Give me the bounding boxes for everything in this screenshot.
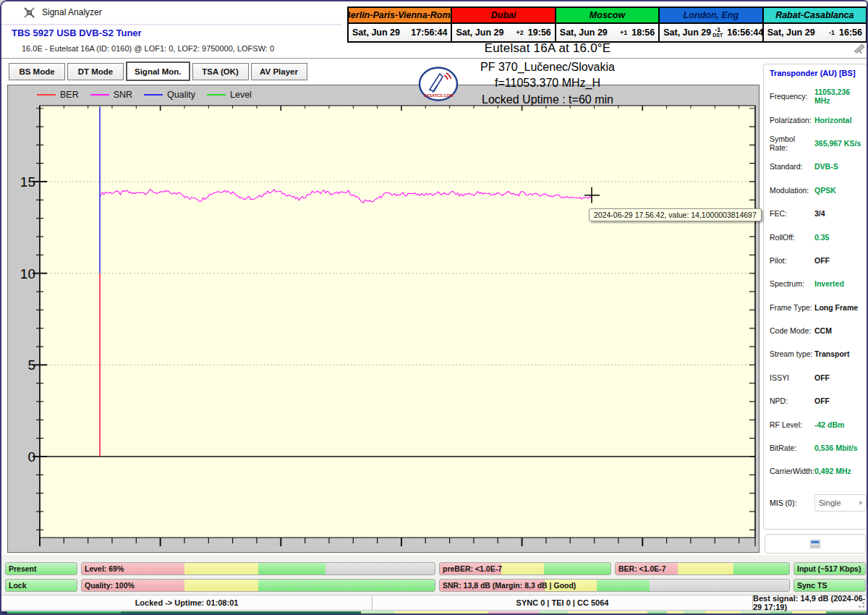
transponder-field-label: FEC: <box>770 209 814 218</box>
strip-segment <box>7 611 121 615</box>
transponder-field-value: OFF <box>814 396 830 405</box>
clock-date: Sat, Jun 29 <box>456 27 503 38</box>
transponder-field-value: -42 dBm <box>814 420 844 429</box>
meter-segment <box>650 580 789 591</box>
app-icon <box>23 7 35 19</box>
transponder-field-label: RollOff: <box>770 233 814 242</box>
resize-grip <box>855 597 865 608</box>
strip-segment <box>792 611 826 615</box>
tab-bs-mode[interactable]: BS Mode <box>9 63 65 80</box>
clock-time-row: Sat, Jun 29-116:56 <box>764 24 866 41</box>
transponder-row-standard-: Standard:DVB-S <box>770 155 867 178</box>
transponder-field-label: Code Mode: <box>770 326 814 335</box>
legend-swatch <box>90 94 109 96</box>
meter-present: Present <box>5 562 77 575</box>
clock-time-row: Sat, Jun 29+118:56 <box>556 24 658 41</box>
transponder-row-bitrate-: BitRate:0,536 Mbit/s <box>770 436 867 459</box>
transponder-field-value: DVB-S <box>814 162 838 171</box>
transponder-field-label: NPD: <box>770 396 814 405</box>
legend-swatch <box>144 94 163 96</box>
strip-segment <box>826 611 868 615</box>
strip-segment <box>394 611 488 615</box>
transponder-row-symbol-rate-: Symbol Rate:365,967 KS/s <box>770 132 867 155</box>
satellite-title: Eutelsat 16A at 16.0°E <box>407 41 689 56</box>
clock-city-label: Dubai <box>452 8 554 24</box>
save-button[interactable] <box>765 534 866 554</box>
status-cell-text: Locked -> Uptime: 01:08:01 <box>135 598 239 607</box>
legend-swatch <box>37 94 56 96</box>
clock-city-label: Moscow <box>556 8 658 24</box>
divider <box>1 24 341 25</box>
mis-select[interactable]: Single ▾ <box>814 494 867 512</box>
transponder-row-frame-type-: Frame Type:Long Frame <box>770 296 867 319</box>
meter-lock: Lock <box>5 579 77 592</box>
transponder-field-value: Horizontal <box>814 116 851 124</box>
meter-segment <box>733 563 789 574</box>
strip-segment <box>1 611 7 615</box>
meter-sync: Sync TS <box>793 579 866 592</box>
transponder-field-value: 3/4 <box>814 209 825 218</box>
strip-segment <box>684 611 705 615</box>
meter-segment <box>544 563 610 574</box>
clock-date: Sat, Jun 29 <box>352 27 400 38</box>
logo-text: DXSATCS.COM <box>424 93 454 98</box>
mis-label: MIS (0): <box>770 499 814 507</box>
transponder-field-label: Spectrum: <box>770 279 814 288</box>
transponder-row-issyi: ISSYIOFF <box>770 366 867 389</box>
signal-chart-panel: BERSNRQualityLevel 051015 <box>7 85 760 553</box>
signal-analyzer-window: Signal Analyzer Berlin-Paris-Vienna-Roma… <box>0 0 868 615</box>
transponder-row-rolloff-: RollOff:0.35 <box>770 225 867 248</box>
clock-time-value: 16:56:44 <box>727 27 763 38</box>
transponder-field-label: Frequency: <box>770 92 814 101</box>
status-cell-2: SYNC 0 | TEI 0 | CC 5064 <box>373 595 753 610</box>
transponder-row-fec-: FEC:3/4 <box>770 202 867 225</box>
meter-label: preBER: <1.0E-7 <box>443 563 502 574</box>
transponder-field-value: Transport <box>814 349 849 358</box>
clock-time-row: Sat, Jun 2917:56:44 <box>349 24 451 41</box>
strip-segment <box>741 611 770 615</box>
clock-utc-offset: -1DST <box>711 27 724 38</box>
clock-time-row: Sat, Jun 29+219:56 <box>452 24 554 41</box>
transponder-row-code-mode-: Code Mode:CCM <box>770 319 867 342</box>
tab-signal-mon-[interactable]: Signal Mon. <box>126 62 190 81</box>
transponder-row-modulation-: Modulation:QPSK <box>770 179 867 202</box>
divider <box>1 58 868 59</box>
strip-segment <box>770 611 792 615</box>
transponder-field-label: Symbol Rate: <box>770 135 814 152</box>
transponder-field-value: QPSK <box>814 186 836 195</box>
transponder-field-value: 0,536 Mbit/s <box>814 444 858 452</box>
status-cell-3: Best signal: 14,9 dB (2024-06-29 17:19) <box>753 595 868 610</box>
strip-segment <box>121 611 361 615</box>
clock-time-value: 18:56 <box>631 27 655 38</box>
background-window-strip <box>1 611 868 615</box>
window-title: Signal Analyzer <box>42 7 102 17</box>
save-icon <box>810 540 820 548</box>
clock-5: Rabat-CasablancaSat, Jun 29-116:56 <box>764 8 866 41</box>
legend-item-ber: BER <box>37 90 79 100</box>
clock-date: Sat, Jun 29 <box>663 27 711 38</box>
tab-tsa-ok-[interactable]: TSA (OK) <box>192 63 249 80</box>
legend-item-level: Level <box>207 90 252 100</box>
transponder-field-label: Stream type: <box>770 349 814 358</box>
status-cell-1: Locked -> Uptime: 01:08:01 <box>1 595 373 610</box>
meter-label: Sync TS <box>797 580 827 591</box>
meter-label: Quality: 100% <box>85 580 135 591</box>
tab-av-player[interactable]: AV Player <box>251 63 307 80</box>
transponder-row-npd-: NPD:OFF <box>770 389 867 412</box>
legend-swatch <box>207 94 226 96</box>
clock-4: London, EngSat, Jun 29-1DST16:56:44 <box>660 8 763 41</box>
meter-label: Input (~517 Kbps) <box>797 563 861 574</box>
meter-label: Level: 69% <box>85 563 124 574</box>
transponder-field-label: Pilot: <box>770 256 814 265</box>
status-cell-text: Best signal: 14,9 dB (2024-06-29 17:19) <box>753 594 868 611</box>
strip-segment <box>568 611 647 615</box>
tuner-info-line: 16.0E - Eutelsat 16A (ID: 0160) @ LOF1: … <box>22 44 274 53</box>
strip-segment <box>647 611 667 615</box>
tab-dt-mode[interactable]: DT Mode <box>67 63 124 80</box>
legend-label: Level <box>230 90 252 100</box>
legend-label: SNR <box>114 90 132 100</box>
clock-time-row: Sat, Jun 29-1DST16:56:44 <box>660 24 762 41</box>
transponder-field-value: Inverted <box>814 279 844 288</box>
meter-segment <box>501 563 544 574</box>
signal-plot[interactable]: 051015 <box>8 104 760 554</box>
